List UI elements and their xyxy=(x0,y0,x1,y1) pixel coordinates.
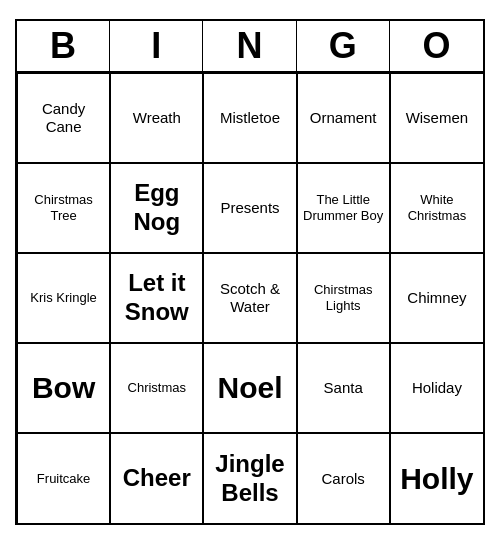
bingo-cell[interactable]: Ornament xyxy=(297,73,390,163)
bingo-cell[interactable]: Jingle Bells xyxy=(203,433,296,523)
bingo-cell[interactable]: Carols xyxy=(297,433,390,523)
cell-text: Chirstmas Lights xyxy=(302,282,385,313)
bingo-cell[interactable]: Holiday xyxy=(390,343,483,433)
bingo-card: BINGO Candy CaneWreathMistletoeOrnamentW… xyxy=(15,19,485,525)
cell-text: Christmas xyxy=(128,380,187,396)
cell-text: Presents xyxy=(220,199,279,217)
bingo-cell[interactable]: Egg Nog xyxy=(110,163,203,253)
header-letter: G xyxy=(297,21,390,71)
cell-text: Chimney xyxy=(407,289,466,307)
cell-text: The Little Drummer Boy xyxy=(302,192,385,223)
cell-text: Noel xyxy=(217,370,282,406)
bingo-cell[interactable]: Kris Kringle xyxy=(17,253,110,343)
cell-text: Kris Kringle xyxy=(30,290,96,306)
cell-text: Scotch & Water xyxy=(208,280,291,316)
bingo-cell[interactable]: Chimney xyxy=(390,253,483,343)
cell-text: Ornament xyxy=(310,109,377,127)
bingo-cell[interactable]: Chirstmas Lights xyxy=(297,253,390,343)
bingo-cell[interactable]: Wisemen xyxy=(390,73,483,163)
cell-text: Jingle Bells xyxy=(208,450,291,508)
bingo-cell[interactable]: Candy Cane xyxy=(17,73,110,163)
header-letter: I xyxy=(110,21,203,71)
cell-text: Holiday xyxy=(412,379,462,397)
cell-text: Wreath xyxy=(133,109,181,127)
cell-text: Bow xyxy=(32,370,95,406)
cell-text: Carols xyxy=(322,470,365,488)
bingo-cell[interactable]: Christmas xyxy=(110,343,203,433)
cell-text: Cheer xyxy=(123,464,191,493)
bingo-grid: Candy CaneWreathMistletoeOrnamentWisemen… xyxy=(17,73,483,523)
cell-text: Egg Nog xyxy=(115,179,198,237)
bingo-cell[interactable]: White Christmas xyxy=(390,163,483,253)
header-letter: N xyxy=(203,21,296,71)
cell-text: Santa xyxy=(324,379,363,397)
bingo-cell[interactable]: Noel xyxy=(203,343,296,433)
bingo-cell[interactable]: Holly xyxy=(390,433,483,523)
header-letter: O xyxy=(390,21,483,71)
cell-text: Candy Cane xyxy=(22,100,105,136)
cell-text: Wisemen xyxy=(406,109,469,127)
cell-text: Mistletoe xyxy=(220,109,280,127)
bingo-cell[interactable]: Scotch & Water xyxy=(203,253,296,343)
bingo-cell[interactable]: Chirstmas Tree xyxy=(17,163,110,253)
bingo-header: BINGO xyxy=(17,21,483,73)
bingo-cell[interactable]: Wreath xyxy=(110,73,203,163)
bingo-cell[interactable]: Bow xyxy=(17,343,110,433)
bingo-cell[interactable]: Let it Snow xyxy=(110,253,203,343)
bingo-cell[interactable]: Presents xyxy=(203,163,296,253)
cell-text: Let it Snow xyxy=(115,269,198,327)
bingo-cell[interactable]: Cheer xyxy=(110,433,203,523)
cell-text: Chirstmas Tree xyxy=(22,192,105,223)
bingo-cell[interactable]: The Little Drummer Boy xyxy=(297,163,390,253)
bingo-cell[interactable]: Fruitcake xyxy=(17,433,110,523)
cell-text: White Christmas xyxy=(395,192,479,223)
cell-text: Holly xyxy=(400,461,473,497)
bingo-cell[interactable]: Mistletoe xyxy=(203,73,296,163)
header-letter: B xyxy=(17,21,110,71)
bingo-cell[interactable]: Santa xyxy=(297,343,390,433)
cell-text: Fruitcake xyxy=(37,471,90,487)
